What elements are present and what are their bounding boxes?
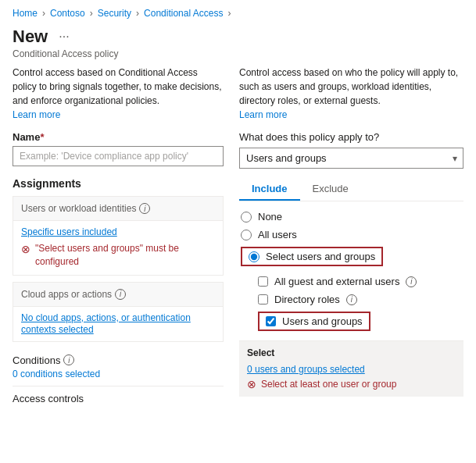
radio-all-users-input[interactable]	[241, 230, 252, 240]
radio-select-users-box: Select users and groups	[241, 247, 383, 266]
radio-none: None	[241, 211, 462, 223]
checkbox-guest-external: All guest and external users i	[258, 276, 462, 287]
users-box-content: Specific users included ⊗ "Select users …	[13, 221, 223, 275]
left-panel: Control access based on Conditional Acce…	[13, 66, 224, 411]
conditions-info-icon[interactable]: i	[63, 354, 74, 365]
radio-group: None All users Select users and groups	[241, 211, 462, 266]
radio-all-users-label: All users	[258, 229, 297, 240]
conditions-box: Conditions i 0 conditions selected	[13, 348, 224, 386]
policy-dropdown[interactable]: Users and groups	[239, 148, 463, 169]
users-error-icon: ⊗	[21, 243, 30, 255]
select-error-row: ⊗ Select at least one user or group	[247, 378, 456, 390]
policy-question: What does this policy apply to?	[239, 131, 463, 143]
ellipsis-button[interactable]: ···	[54, 28, 73, 45]
checkbox-users-groups-label: Users and groups	[282, 315, 363, 327]
users-error-text: "Select users and groups" must be config…	[35, 242, 215, 269]
radio-options-container: None All users Select users and groups	[239, 211, 463, 331]
tab-include[interactable]: Include	[239, 178, 300, 201]
select-section: Select 0 users and groups selected ⊗ Sel…	[239, 340, 463, 397]
left-description: Control access based on Conditional Acce…	[13, 66, 224, 122]
checkbox-directory-roles-label: Directory roles	[274, 294, 340, 305]
cloud-link[interactable]: No cloud apps, actions, or authenticatio…	[21, 312, 191, 335]
directory-info-icon[interactable]: i	[346, 294, 357, 305]
access-controls-title: Access controls	[13, 386, 224, 411]
checkbox-users-groups-box: Users and groups	[258, 312, 370, 331]
name-input[interactable]	[13, 146, 224, 166]
page-title: New	[13, 27, 48, 47]
name-label: Name*	[13, 131, 224, 143]
checkbox-directory-roles-input[interactable]	[258, 294, 268, 305]
radio-select-users-label: Select users and groups	[266, 251, 375, 262]
checkbox-directory-roles: Directory roles i	[258, 294, 462, 305]
right-learn-more[interactable]: Learn more	[239, 109, 287, 120]
guest-info-icon[interactable]: i	[406, 276, 417, 287]
cloud-apps-header: Cloud apps or actions i	[13, 283, 223, 307]
dropdown-wrapper: Users and groups ▾	[239, 148, 463, 169]
assignments-title: Assignments	[13, 177, 224, 190]
tab-exclude[interactable]: Exclude	[300, 178, 361, 201]
specific-users-link[interactable]: Specific users included	[21, 226, 117, 237]
breadcrumb-security[interactable]: Security	[98, 8, 131, 19]
cloud-info-icon[interactable]: i	[115, 289, 126, 300]
users-workload-box: Users or workload identities i Specific …	[13, 196, 224, 276]
select-error-icon: ⊗	[247, 378, 256, 390]
radio-select-users-input[interactable]	[249, 251, 259, 262]
left-learn-more[interactable]: Learn more	[13, 109, 60, 120]
tabs: Include Exclude	[239, 178, 463, 201]
right-panel: Control access based on who the policy w…	[239, 66, 463, 411]
cloud-apps-box: Cloud apps or actions i No cloud apps, a…	[13, 282, 224, 342]
breadcrumb-contoso[interactable]: Contoso	[50, 8, 85, 19]
breadcrumb-conditional-access[interactable]: Conditional Access	[144, 8, 223, 19]
select-error-text: Select at least one user or group	[261, 379, 396, 390]
radio-select-users: Select users and groups	[241, 247, 462, 266]
checkbox-group: All guest and external users i Directory…	[258, 276, 462, 331]
conditions-header: Conditions i	[13, 354, 224, 366]
radio-none-label: None	[258, 211, 282, 223]
select-section-title: Select	[247, 347, 456, 358]
users-info-icon[interactable]: i	[139, 203, 150, 214]
page-subtitle: Conditional Access policy	[13, 48, 463, 59]
radio-all-users: All users	[241, 229, 462, 240]
right-description: Control access based on who the policy w…	[239, 66, 463, 122]
breadcrumb-home[interactable]: Home	[13, 8, 38, 19]
checkbox-guest-external-input[interactable]	[258, 276, 268, 287]
checkbox-users-groups: Users and groups	[258, 312, 462, 331]
users-error-row: ⊗ "Select users and groups" must be conf…	[21, 242, 215, 269]
page-header: New ··· Conditional Access policy	[0, 23, 476, 66]
checkbox-users-groups-input[interactable]	[266, 316, 276, 326]
breadcrumb: Home › Contoso › Security › Conditional …	[0, 0, 476, 23]
checkbox-guest-external-label: All guest and external users	[274, 276, 399, 287]
users-box-header: Users or workload identities i	[13, 197, 223, 221]
radio-none-input[interactable]	[241, 212, 252, 223]
conditions-value[interactable]: 0 conditions selected	[13, 369, 224, 379]
cloud-apps-content: No cloud apps, actions, or authenticatio…	[13, 307, 223, 341]
select-count-link[interactable]: 0 users and groups selected	[247, 364, 365, 375]
